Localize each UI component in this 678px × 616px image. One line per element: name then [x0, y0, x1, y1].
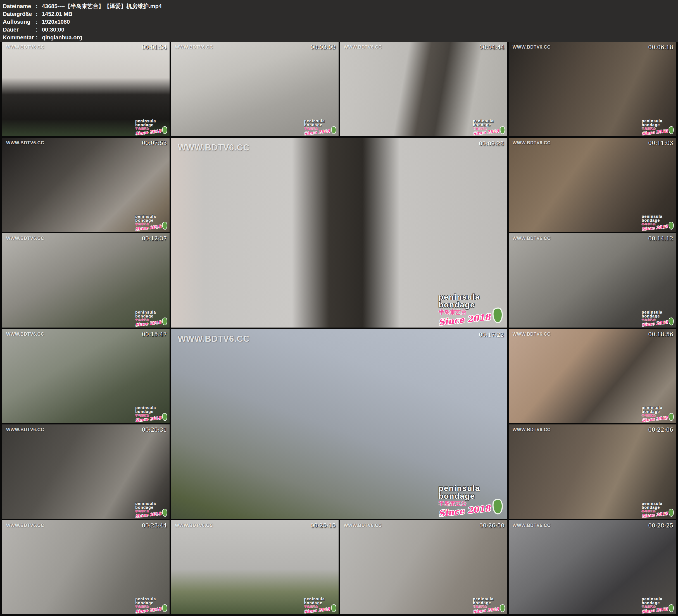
info-row-resolution: Auflösung : 1920x1080	[3, 18, 678, 26]
logo-text-block: peninsula bondage 半岛束艺台 Since 2018	[135, 119, 161, 134]
video-thumbnail: WWW.BDTV6.CC 00:20:31 peninsula bondage …	[2, 424, 170, 519]
logo-brand-line2: bondage	[642, 218, 660, 222]
peninsula-bondage-logo: peninsula bondage 半岛束艺台 Since 2018	[304, 119, 336, 134]
info-separator: :	[36, 2, 42, 10]
video-thumbnail: WWW.BDTV6.CC 00:06:18 peninsula bondage …	[509, 42, 676, 136]
logo-brand-line1: peninsula	[473, 597, 494, 601]
timestamp-overlay: 00:20:31	[142, 426, 167, 433]
video-thumbnail: WWW.BDTV6.CC 00:14:12 peninsula bondage …	[509, 233, 676, 328]
logo-brand-line2: bondage	[135, 601, 153, 605]
logo-brand-line1: peninsula	[135, 597, 156, 601]
logo-brand-line1: peninsula	[642, 406, 662, 410]
peninsula-bondage-logo: peninsula bondage 半岛束艺台 Since 2018	[135, 502, 167, 517]
timestamp-overlay: 00:14:12	[648, 235, 673, 242]
timestamp-overlay: 00:04:44	[479, 44, 504, 50]
video-thumbnail: WWW.BDTV6.CC 00:25:15 peninsula bondage …	[171, 520, 338, 615]
timestamp-overlay: 00:28:25	[648, 522, 673, 529]
peninsula-bondage-logo: peninsula bondage 半岛束艺台 Since 2018	[439, 293, 503, 324]
timestamp-overlay: 00:17:22	[479, 332, 504, 338]
logo-text-block: peninsula bondage 半岛束艺台 Since 2018	[642, 215, 668, 230]
kneeling-figure-icon	[668, 508, 674, 517]
logo-brand-line2: bondage	[439, 301, 475, 309]
logo-brand-line2: bondage	[135, 123, 153, 127]
video-thumbnail: WWW.BDTV6.CC 00:01:34 peninsula bondage …	[2, 42, 170, 136]
kneeling-figure-icon	[668, 222, 674, 230]
timestamp-overlay: 00:01:34	[142, 44, 167, 50]
logo-text-block: peninsula bondage 半岛束艺台 Since 2018	[642, 119, 668, 134]
logo-brand-line1: peninsula	[473, 119, 494, 123]
video-thumbnail: WWW.BDTV6.CC 00:11:03 peninsula bondage …	[509, 138, 676, 232]
kneeling-figure-icon	[162, 604, 168, 612]
thumbnail-grid: WWW.BDTV6.CC 00:01:34 peninsula bondage …	[2, 42, 676, 614]
info-label: Dateiname	[3, 2, 36, 10]
logo-brand-line1: peninsula	[439, 484, 480, 492]
video-thumbnail: WWW.BDTV6.CC 00:18:56 peninsula bondage …	[509, 329, 676, 423]
logo-text-block: peninsula bondage 半岛束艺台 Since 2018	[439, 293, 491, 324]
watermark-text: WWW.BDTV6.CC	[513, 332, 551, 337]
file-info-header: Dateiname : 43685----【半岛束艺台】【泽爱】机房维护.mp4…	[0, 0, 678, 42]
watermark-text: WWW.BDTV6.CC	[175, 523, 213, 528]
video-thumbnail: WWW.BDTV6.CC 00:03:09 peninsula bondage …	[171, 42, 338, 136]
info-separator: :	[36, 26, 42, 34]
kneeling-figure-icon	[162, 126, 168, 134]
peninsula-bondage-logo: peninsula bondage 半岛束艺台 Since 2018	[642, 597, 674, 613]
kneeling-figure-icon	[162, 317, 168, 325]
logo-brand-line1: peninsula	[304, 597, 325, 601]
video-thumbnail: WWW.BDTV6.CC 00:26:50 peninsula bondage …	[340, 520, 507, 615]
timestamp-overlay: 00:25:15	[311, 522, 336, 529]
kneeling-figure-icon	[668, 604, 674, 612]
timestamp-overlay: 00:07:53	[142, 140, 167, 146]
info-row-filename: Dateiname : 43685----【半岛束艺台】【泽爱】机房维护.mp4	[3, 2, 678, 10]
logo-brand-line2: bondage	[642, 410, 660, 414]
kneeling-figure-icon	[331, 604, 337, 612]
video-thumbnail: WWW.BDTV6.CC 00:23:44 peninsula bondage …	[2, 520, 170, 615]
logo-brand-line2: bondage	[135, 218, 153, 222]
logo-cjk-text: 半岛束艺台	[439, 310, 466, 315]
video-thumbnail: WWW.BDTV6.CC 00:12:37 peninsula bondage …	[2, 233, 170, 328]
logo-text-block: peninsula bondage 半岛束艺台 Since 2018	[473, 597, 499, 613]
watermark-text: WWW.BDTV6.CC	[513, 141, 551, 146]
timestamp-overlay: 00:06:18	[648, 44, 673, 50]
logo-text-block: peninsula bondage 半岛束艺台 Since 2018	[304, 597, 330, 613]
logo-text-block: peninsula bondage 半岛束艺台 Since 2018	[642, 597, 668, 613]
kneeling-figure-icon	[668, 317, 674, 325]
video-thumbnail: WWW.BDTV6.CC 00:28:25 peninsula bondage …	[509, 520, 676, 615]
kneeling-figure-icon	[162, 222, 168, 230]
logo-brand-line2: bondage	[304, 123, 322, 127]
peninsula-bondage-logo: peninsula bondage 半岛束艺台 Since 2018	[135, 119, 167, 134]
logo-cjk-text: 半岛束艺台	[135, 510, 149, 513]
logo-brand-line1: peninsula	[642, 215, 662, 218]
logo-cjk-text: 半岛束艺台	[642, 319, 656, 321]
info-row-duration: Dauer : 00:30:00	[3, 26, 678, 34]
logo-brand-line1: peninsula	[135, 406, 156, 410]
peninsula-bondage-logo: peninsula bondage 半岛束艺台 Since 2018	[473, 597, 505, 613]
logo-brand-line2: bondage	[642, 505, 660, 509]
timestamp-overlay: 00:22:06	[648, 426, 673, 433]
logo-brand-line1: peninsula	[439, 293, 480, 301]
timestamp-overlay: 00:09:28	[479, 140, 504, 147]
logo-cjk-text: 半岛束艺台	[642, 127, 656, 130]
timestamp-overlay: 00:26:50	[479, 522, 504, 529]
peninsula-bondage-logo: peninsula bondage 半岛束艺台 Since 2018	[642, 310, 674, 326]
logo-brand-line1: peninsula	[135, 215, 156, 218]
watermark-text: WWW.BDTV6.CC	[344, 45, 382, 50]
watermark-text: WWW.BDTV6.CC	[513, 427, 551, 432]
watermark-text: WWW.BDTV6.CC	[6, 332, 44, 337]
logo-text-block: peninsula bondage 半岛束艺台 Since 2018	[135, 502, 161, 517]
logo-brand-line1: peninsula	[135, 119, 156, 123]
video-thumbnail: WWW.BDTV6.CC 00:15:47 peninsula bondage …	[2, 329, 170, 423]
logo-brand-line1: peninsula	[304, 119, 325, 123]
peninsula-bondage-logo: peninsula bondage 半岛束艺台 Since 2018	[304, 597, 336, 613]
kneeling-figure-icon	[499, 126, 505, 134]
info-label: Auflösung	[3, 18, 36, 26]
kneeling-figure-icon	[491, 498, 504, 515]
timestamp-overlay: 00:15:47	[142, 331, 167, 338]
info-value-duration: 00:30:00	[42, 26, 64, 34]
watermark-text: WWW.BDTV6.CC	[6, 523, 44, 528]
watermark-text: WWW.BDTV6.CC	[6, 45, 44, 50]
info-value-filename: 43685----【半岛束艺台】【泽爱】机房维护.mp4	[42, 2, 162, 10]
watermark-text: WWW.BDTV6.CC	[513, 523, 551, 528]
logo-brand-line2: bondage	[642, 601, 660, 605]
peninsula-bondage-logo: peninsula bondage 半岛束艺台 Since 2018	[135, 215, 167, 230]
logo-text-block: peninsula bondage 半岛束艺台 Since 2018	[642, 502, 668, 517]
